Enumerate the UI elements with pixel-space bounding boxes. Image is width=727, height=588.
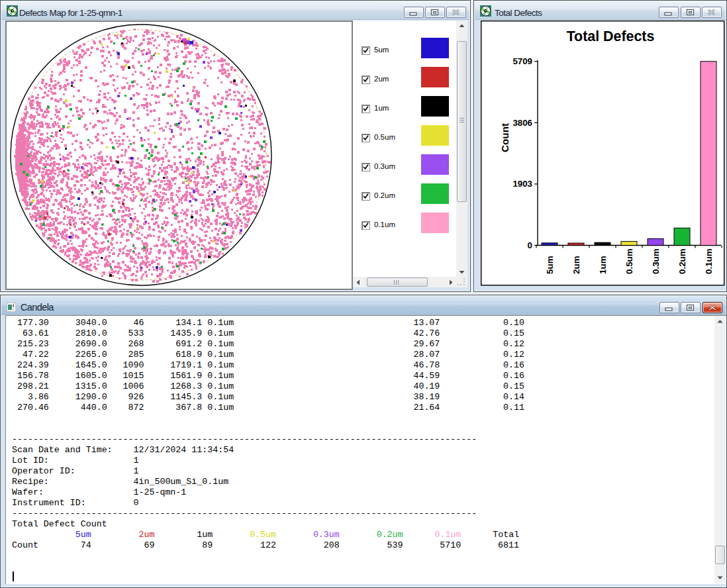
svg-text:Total Defects: Total Defects [567,28,655,44]
svg-text:Count: Count [499,123,510,152]
svg-text:0: 0 [528,240,532,250]
svg-text:5709: 5709 [512,56,532,66]
svg-text:0.2um: 0.2um [677,248,687,274]
svg-text:0.1um: 0.1um [704,248,714,274]
svg-text:3806: 3806 [512,118,532,128]
svg-text:0.3um: 0.3um [651,248,661,274]
svg-text:0.5um: 0.5um [624,248,634,274]
svg-text:1903: 1903 [512,179,532,189]
svg-text:1um: 1um [598,256,608,274]
svg-text:2um: 2um [571,256,581,274]
svg-text:5um: 5um [545,256,555,274]
